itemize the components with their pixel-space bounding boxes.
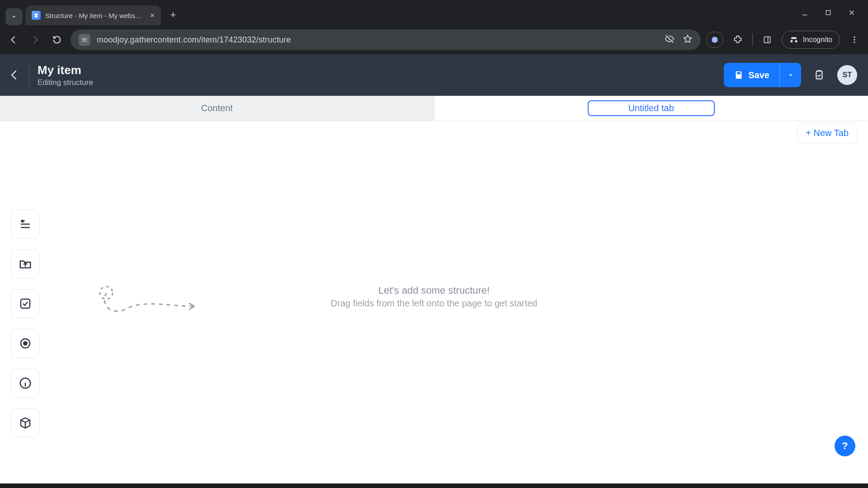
tab-rename-input[interactable] [588, 100, 715, 116]
clipboard-check-icon [813, 69, 825, 81]
header-actions: Save ST [724, 63, 868, 87]
browser-tab-strip: Structure - My item - My webs… + [0, 0, 181, 25]
svg-rect-2 [764, 37, 770, 42]
arrow-left-icon [9, 35, 19, 45]
extensions-button[interactable] [730, 32, 746, 48]
browser-menu-button[interactable] [846, 32, 863, 48]
browser-toolbar: moodjoy.gathercontent.com/item/17423032/… [0, 25, 868, 54]
incognito-icon [789, 35, 798, 44]
visibility-off-icon[interactable] [665, 34, 675, 46]
new-browser-tab-button[interactable]: + [165, 7, 181, 23]
hint-arrow-icon [90, 284, 208, 324]
svg-rect-0 [826, 10, 830, 14]
window-minimize-button[interactable] [799, 7, 810, 18]
kebab-icon [850, 35, 859, 44]
os-taskbar[interactable] [0, 483, 868, 488]
new-tab-button[interactable]: + New Tab [797, 123, 857, 143]
new-tab-container: + New Tab [797, 123, 857, 143]
save-dropdown-button[interactable] [779, 63, 801, 87]
help-button[interactable]: ? [835, 436, 855, 456]
back-button[interactable] [0, 69, 29, 81]
avatar-initials: ST [843, 71, 852, 79]
tab-close-button[interactable] [148, 11, 156, 19]
empty-state-title: Let's add some structure! [331, 285, 538, 296]
tab-content[interactable]: Content [0, 96, 434, 121]
incognito-indicator[interactable]: Incognito [782, 31, 840, 49]
save-icon [734, 70, 744, 80]
save-label: Save [748, 70, 769, 80]
page-title: My item [38, 63, 93, 77]
chevron-left-icon [8, 69, 21, 81]
toolbar-divider [752, 33, 753, 46]
svg-point-1 [712, 37, 717, 42]
svg-rect-6 [816, 71, 822, 79]
profile-chip[interactable] [706, 32, 723, 48]
empty-state-subtitle: Drag fields from the left onto the page … [331, 298, 538, 309]
chevron-down-icon [787, 71, 795, 79]
close-icon [149, 12, 156, 19]
browser-titlebar: Structure - My item - My webs… + [0, 0, 868, 25]
address-bar-url: moodjoy.gathercontent.com/item/17423032/… [97, 35, 291, 45]
app-header: My item Editing structure Save ST [0, 54, 868, 96]
tab-content-label: Content [201, 103, 233, 113]
nav-forward-button[interactable] [27, 32, 43, 48]
apply-template-button[interactable] [809, 65, 829, 85]
page-subtitle: Editing structure [38, 78, 93, 87]
favicon-icon [32, 11, 41, 20]
svg-point-4 [854, 39, 855, 40]
user-avatar[interactable]: ST [837, 65, 857, 85]
svg-point-3 [854, 37, 855, 38]
toolbar-right-cluster: Incognito [706, 31, 863, 49]
new-tab-label: + New Tab [806, 128, 849, 138]
minimize-icon [801, 9, 809, 17]
bookmark-star-icon[interactable] [683, 34, 693, 46]
window-maximize-button[interactable] [823, 7, 834, 18]
tab-untitled[interactable] [434, 96, 868, 121]
maximize-icon [825, 9, 832, 16]
help-label: ? [842, 440, 848, 452]
empty-state: Let's add some structure! Drag fields fr… [331, 285, 538, 309]
header-divider [29, 62, 29, 88]
address-bar[interactable]: moodjoy.gathercontent.com/item/17423032/… [71, 29, 701, 50]
nav-reload-button[interactable] [49, 32, 65, 48]
browser-tab-title: Structure - My item - My webs… [45, 12, 144, 19]
close-icon [848, 9, 856, 17]
tab-search-button[interactable] [5, 8, 23, 25]
incognito-label: Incognito [803, 36, 832, 44]
structure-tabs: Content [0, 96, 868, 121]
svg-point-5 [854, 42, 855, 43]
browser-chrome: Structure - My item - My webs… + moodjoy… [0, 0, 868, 54]
sidepanel-icon [763, 35, 772, 44]
window-close-button[interactable] [846, 7, 857, 18]
reload-icon [52, 35, 62, 45]
save-button-group: Save [724, 63, 801, 87]
nav-back-button[interactable] [5, 32, 22, 48]
sidepanel-button[interactable] [759, 32, 775, 48]
chevron-down-icon [10, 13, 18, 20]
window-controls [799, 0, 868, 25]
site-settings-icon[interactable] [79, 34, 90, 46]
puzzle-icon [733, 35, 743, 45]
save-button[interactable]: Save [724, 63, 779, 87]
arrow-right-icon [30, 35, 40, 45]
browser-tab[interactable]: Structure - My item - My webs… [25, 5, 161, 25]
header-titles: My item Editing structure [38, 63, 93, 87]
